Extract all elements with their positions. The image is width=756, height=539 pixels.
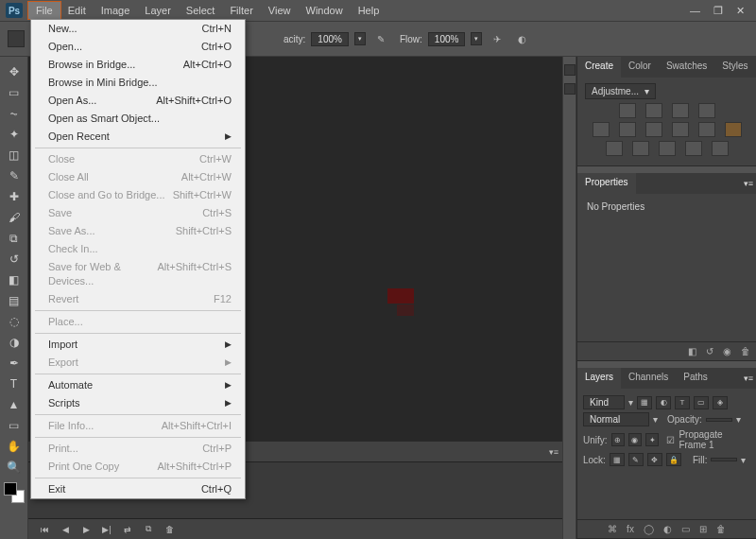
airbrush-icon[interactable]: ✈ (488, 30, 507, 47)
opacity-dropdown[interactable]: ▾ (354, 32, 366, 45)
zoom-tool[interactable]: 🔍 (4, 458, 25, 477)
file-menu-automate[interactable]: Automate▶ (31, 376, 245, 394)
selective-color-icon[interactable] (712, 141, 729, 156)
layer-mask-icon[interactable]: ◯ (644, 524, 654, 534)
link-layers-icon[interactable]: ⌘ (608, 524, 617, 534)
propagate-frame-label[interactable]: Propagate Frame 1 (679, 429, 750, 450)
eraser-tool[interactable]: ◧ (4, 270, 25, 289)
levels-icon[interactable] (645, 103, 662, 118)
eyedropper-tool[interactable]: ✎ (4, 166, 25, 185)
properties-tab[interactable]: Properties (577, 173, 636, 194)
collapsed-panel-icon[interactable] (564, 64, 576, 76)
fill-field[interactable] (711, 458, 737, 461)
gradient-map-icon[interactable] (685, 141, 702, 156)
panel-menu-icon[interactable]: ▾≡ (545, 442, 562, 461)
threshold-icon[interactable] (659, 141, 676, 156)
photo-filter-icon[interactable] (698, 122, 715, 137)
unify-style-icon[interactable]: ✦ (645, 433, 659, 446)
file-menu-exit[interactable]: ExitCtrl+Q (31, 480, 245, 498)
file-menu-open[interactable]: Open...Ctrl+O (31, 38, 245, 56)
type-tool[interactable]: T (4, 374, 25, 393)
hand-tool[interactable]: ✋ (4, 437, 25, 456)
timeline-first-icon[interactable]: ⏮ (38, 525, 51, 534)
bw-icon[interactable] (672, 122, 689, 137)
menu-filter[interactable]: Filter (222, 2, 260, 19)
healing-tool[interactable]: ✚ (4, 187, 25, 206)
menu-help[interactable]: Help (351, 2, 387, 19)
file-menu-open-recent[interactable]: Open Recent▶ (31, 128, 245, 146)
lasso-tool[interactable]: ⏦ (4, 104, 25, 123)
timeline-next-icon[interactable]: ▶| (100, 525, 113, 534)
tab-layers[interactable]: Layers (577, 368, 621, 389)
panel-menu-icon[interactable]: ▾≡ (741, 173, 756, 194)
channel-mixer-icon[interactable] (725, 122, 742, 137)
close-button[interactable]: ✕ (736, 5, 745, 17)
unify-visibility-icon[interactable]: ◉ (628, 433, 642, 446)
lock-all-icon[interactable]: 🔒 (666, 453, 681, 466)
tab-color[interactable]: Color (621, 57, 659, 78)
menu-file[interactable]: File (28, 2, 60, 19)
menu-window[interactable]: Window (299, 2, 351, 19)
gradient-tool[interactable]: ▤ (4, 291, 25, 310)
layer-style-icon[interactable]: fx (627, 524, 634, 534)
visibility-icon[interactable]: ◉ (723, 346, 731, 356)
lock-position-icon[interactable]: ✥ (647, 453, 662, 466)
timeline-play-icon[interactable]: ▶ (79, 525, 93, 534)
lock-pixels-icon[interactable]: ✎ (628, 453, 644, 466)
filter-type-icon[interactable]: T (675, 396, 690, 409)
reset-icon[interactable]: ↺ (706, 346, 713, 356)
flow-field[interactable]: 100% (428, 32, 466, 46)
history-brush-tool[interactable]: ↺ (4, 250, 25, 269)
file-menu-open-as[interactable]: Open As...Alt+Shift+Ctrl+O (31, 92, 245, 110)
menu-view[interactable]: View (261, 2, 299, 19)
vibrance-icon[interactable] (593, 122, 610, 137)
menu-image[interactable]: Image (94, 2, 138, 19)
rectangle-tool[interactable]: ▭ (4, 416, 25, 435)
timeline-prev-icon[interactable]: ◀ (59, 525, 72, 534)
magic-wand-tool[interactable]: ✦ (4, 125, 25, 144)
flow-dropdown[interactable]: ▾ (471, 32, 482, 45)
blur-tool[interactable]: ◌ (4, 312, 25, 331)
collapsed-panel-icon[interactable] (564, 83, 576, 95)
path-select-tool[interactable]: ▲ (4, 395, 25, 414)
move-tool[interactable]: ✥ (4, 62, 25, 81)
new-group-icon[interactable]: ▭ (681, 524, 690, 534)
crop-tool[interactable]: ◫ (4, 146, 25, 165)
kind-filter[interactable]: Kind (583, 395, 625, 409)
color-balance-icon[interactable] (645, 122, 662, 137)
filter-smart-icon[interactable]: ◈ (713, 396, 728, 409)
blend-mode-select[interactable]: Normal (583, 412, 649, 426)
maximize-button[interactable]: ❐ (713, 5, 723, 17)
file-menu-scripts[interactable]: Scripts▶ (31, 394, 245, 412)
trash-icon[interactable]: 🗑 (741, 346, 750, 356)
tab-paths[interactable]: Paths (676, 368, 715, 389)
filter-adjust-icon[interactable]: ◐ (656, 396, 671, 409)
menu-layer[interactable]: Layer (137, 2, 179, 19)
dodge-tool[interactable]: ◑ (4, 333, 25, 352)
menu-edit[interactable]: Edit (60, 2, 94, 19)
clip-icon[interactable]: ◧ (688, 346, 696, 356)
unify-position-icon[interactable]: ⊕ (611, 433, 625, 446)
pressure-opacity-icon[interactable]: ✎ (371, 30, 390, 47)
filter-shape-icon[interactable]: ▭ (694, 396, 709, 409)
menu-select[interactable]: Select (179, 2, 223, 19)
panel-menu-icon[interactable]: ▾≡ (741, 368, 756, 389)
hue-sat-icon[interactable] (619, 122, 636, 137)
tab-swatches[interactable]: Swatches (659, 57, 714, 78)
pen-tool[interactable]: ✒ (4, 354, 25, 373)
lock-transparent-icon[interactable]: ▦ (610, 453, 625, 466)
file-menu-open-as-smart-object[interactable]: Open as Smart Object... (31, 110, 245, 128)
file-menu-new[interactable]: New...Ctrl+N (31, 20, 245, 38)
file-menu-browse-in-mini-bridge[interactable]: Browse in Mini Bridge... (31, 74, 245, 92)
pressure-size-icon[interactable]: ◐ (512, 30, 531, 47)
curves-icon[interactable] (672, 103, 689, 118)
new-fill-icon[interactable]: ◐ (663, 524, 672, 534)
delete-layer-icon[interactable]: 🗑 (716, 524, 726, 534)
adjustments-preset-dropdown[interactable]: Adjustme...▾ (585, 83, 656, 99)
new-layer-icon[interactable]: ⊞ (699, 524, 707, 534)
exposure-icon[interactable] (698, 103, 715, 118)
posterize-icon[interactable] (632, 141, 649, 156)
brush-tool[interactable]: 🖌 (4, 208, 25, 227)
timeline-dup-icon[interactable]: ⧉ (142, 524, 155, 534)
filter-pixel-icon[interactable]: ▦ (637, 396, 652, 409)
